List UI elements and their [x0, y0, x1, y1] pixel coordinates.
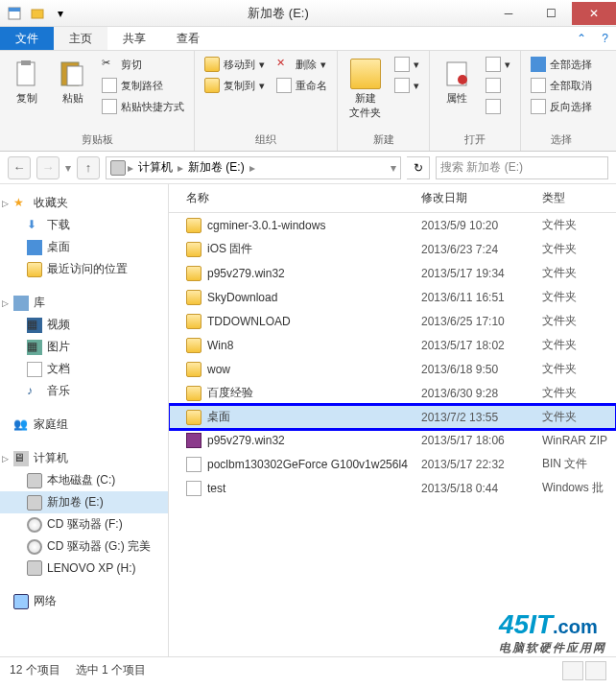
newitem-button[interactable]: ▾: [392, 55, 421, 74]
library-icon: [13, 296, 29, 311]
file-row[interactable]: wow2013/6/18 9:50文件夹: [169, 357, 616, 381]
cut-button[interactable]: ✂剪切: [100, 55, 186, 74]
file-icon: [186, 481, 201, 496]
crumb-drive[interactable]: 新加卷 (E:): [185, 159, 248, 176]
rename-button[interactable]: 重命名: [274, 76, 329, 95]
folder-icon: [186, 362, 201, 377]
close-button[interactable]: ✕: [572, 2, 616, 25]
tab-file[interactable]: 文件: [0, 27, 54, 50]
zip-icon: [186, 433, 201, 448]
crumb-computer[interactable]: 计算机: [135, 159, 176, 176]
breadcrumb[interactable]: ▸ 计算机 ▸ 新加卷 (E:) ▸ ▾: [106, 156, 401, 179]
file-row[interactable]: cgminer-3.0.1-windows2013/5/9 10:20文件夹: [169, 213, 616, 237]
view-icons-button[interactable]: [585, 661, 606, 680]
nav-downloads[interactable]: ⬇下载: [0, 214, 168, 236]
nav-drive-c[interactable]: 本地磁盘 (C:): [0, 469, 168, 491]
open-button[interactable]: ▾: [484, 55, 512, 74]
tab-home[interactable]: 主页: [54, 27, 107, 50]
file-date: 2013/5/9 10:20: [414, 217, 534, 234]
qat-newfolder-icon[interactable]: [29, 5, 46, 22]
file-name: Win8: [207, 339, 233, 352]
col-date[interactable]: 修改日期: [414, 184, 534, 212]
nav-pictures[interactable]: ▦图片: [0, 336, 168, 358]
collapse-ribbon-button[interactable]: ⌃: [569, 27, 594, 50]
address-dropdown[interactable]: ▾: [391, 161, 396, 175]
tab-view[interactable]: 查看: [161, 27, 215, 50]
nav-drive-f[interactable]: CD 驱动器 (F:): [0, 513, 168, 535]
pasteshortcut-button[interactable]: 粘贴快捷方式: [100, 97, 186, 116]
nav-drive-e[interactable]: 新加卷 (E:): [0, 491, 168, 513]
nav-documents[interactable]: 文档: [0, 358, 168, 380]
file-row[interactable]: p95v279.win322013/5/17 19:34文件夹: [169, 261, 616, 285]
file-type: 文件夹: [534, 287, 616, 307]
newfolder-button[interactable]: 新建 文件夹: [345, 55, 385, 124]
paste-button[interactable]: 粘贴: [54, 55, 92, 109]
nav-videos[interactable]: ▦视频: [0, 314, 168, 336]
file-row[interactable]: Win82013/5/17 18:02文件夹: [169, 333, 616, 357]
selected-count: 选中 1 个项目: [76, 662, 146, 678]
file-row[interactable]: SkyDownload2013/6/11 16:51文件夹: [169, 285, 616, 309]
file-date: 2013/6/30 9:28: [414, 385, 534, 402]
minimize-button[interactable]: ─: [487, 2, 530, 25]
nav-homegroup[interactable]: 👥家庭组: [0, 414, 168, 436]
delete-button[interactable]: ✕删除 ▾: [274, 55, 329, 74]
music-icon: ♪: [27, 384, 42, 399]
file-name: 桌面: [207, 409, 230, 425]
maximize-button[interactable]: ☐: [530, 2, 572, 25]
help-button[interactable]: ?: [594, 27, 616, 50]
refresh-button[interactable]: ↻: [407, 156, 430, 179]
copy-label: 复制: [16, 91, 37, 106]
qat-dropdown-icon[interactable]: ▾: [52, 5, 69, 22]
file-row[interactable]: poclbm130302GeForce G100v1w256l42013/5/1…: [169, 452, 616, 476]
easyaccess-button[interactable]: ▾: [392, 76, 421, 95]
properties-button[interactable]: 属性: [438, 55, 476, 109]
file-date: 2013/6/18 9:50: [414, 361, 534, 378]
newitem-icon: [394, 57, 410, 72]
file-row[interactable]: test2013/5/18 0:44Windows 批: [169, 476, 616, 500]
folder-icon: [186, 266, 201, 281]
search-input[interactable]: 搜索 新加卷 (E:): [436, 156, 608, 179]
back-button[interactable]: ←: [8, 156, 31, 179]
nav-network[interactable]: 网络: [0, 590, 168, 612]
nav-recent[interactable]: 最近访问的位置: [0, 258, 168, 280]
invertselect-button[interactable]: 反向选择: [529, 97, 594, 116]
forward-button[interactable]: →: [36, 156, 59, 179]
nav-computer[interactable]: ▷🖥计算机: [0, 447, 168, 469]
nav-libraries[interactable]: ▷库: [0, 292, 168, 314]
file-name: cgminer-3.0.1-windows: [207, 219, 325, 232]
qat-properties-icon[interactable]: [6, 5, 23, 22]
scissors-icon: ✂: [102, 57, 117, 72]
selectnone-button[interactable]: 全部取消: [529, 76, 594, 95]
download-icon: ⬇: [27, 218, 42, 233]
col-type[interactable]: 类型: [534, 184, 616, 212]
cd-f-icon: [27, 517, 42, 533]
view-details-button[interactable]: [562, 661, 583, 680]
file-name: SkyDownload: [207, 291, 277, 304]
document-icon: [27, 362, 42, 377]
file-date: 2013/5/17 18:06: [414, 432, 534, 449]
file-row[interactable]: p95v279.win322013/5/17 18:06WinRAR ZIP: [169, 429, 616, 452]
moveto-button[interactable]: 移动到 ▾: [202, 55, 267, 74]
copyto-button[interactable]: 复制到 ▾: [202, 76, 267, 95]
nav-desktop[interactable]: 桌面: [0, 236, 168, 258]
nav-drive-g[interactable]: CD 驱动器 (G:) 完美: [0, 535, 168, 558]
edit-button[interactable]: [484, 76, 512, 95]
copypath-button[interactable]: 复制路径: [100, 76, 186, 95]
file-type: 文件夹: [534, 407, 616, 427]
file-date: 2013/5/17 22:32: [414, 456, 534, 473]
file-row[interactable]: 桌面2013/7/2 13:55文件夹: [169, 405, 616, 429]
tab-share[interactable]: 共享: [107, 27, 161, 50]
up-button[interactable]: ↑: [77, 156, 100, 179]
folder-icon: [186, 410, 201, 425]
file-row[interactable]: iOS 固件2013/6/23 7:24文件夹: [169, 237, 616, 261]
nav-drive-h[interactable]: LENOVO XP (H:): [0, 558, 168, 579]
recent-dropdown[interactable]: ▾: [65, 161, 71, 175]
history-button[interactable]: [484, 97, 512, 116]
col-name[interactable]: 名称: [169, 184, 414, 212]
nav-favorites[interactable]: ▷★收藏夹: [0, 192, 168, 214]
selectall-button[interactable]: 全部选择: [529, 55, 594, 74]
nav-music[interactable]: ♪音乐: [0, 380, 168, 402]
file-row[interactable]: TDDOWNLOAD2013/6/25 17:10文件夹: [169, 309, 616, 333]
file-row[interactable]: 百度经验2013/6/30 9:28文件夹: [169, 381, 616, 405]
copy-button[interactable]: 复制: [8, 55, 46, 109]
